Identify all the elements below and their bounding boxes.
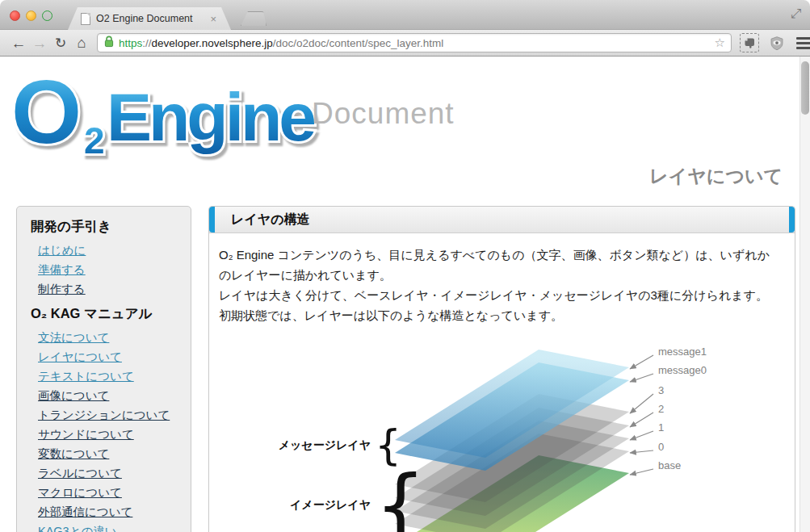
layer-group-label: イメージレイヤ <box>290 498 371 511</box>
browser-chrome: O2 Engine Document × ⤢ ← → ↻ ⌂ https://d… <box>0 0 810 57</box>
tab-strip: O2 Engine Document × ⤢ <box>0 0 810 30</box>
url-domain: developer.novelsphere.jp <box>152 37 273 49</box>
content-paragraph: O₂ Engine コンテンツのうち、目に見えるすべてのもの（文字、画像、ボタン… <box>219 245 774 285</box>
sidebar-link[interactable]: 文法について <box>31 328 183 347</box>
logo-engine: Engine <box>107 79 314 155</box>
sidebar-link[interactable]: ラベルについて <box>31 463 183 483</box>
sidebar-link[interactable]: サウンドについて <box>31 425 183 444</box>
page-title: レイヤについて <box>649 164 783 189</box>
layer-label: 0 <box>658 441 664 453</box>
layer-label: 1 <box>658 421 664 434</box>
new-tab-button[interactable] <box>241 11 267 26</box>
page-favicon-icon <box>81 13 90 25</box>
section-header: レイヤの構造 <box>209 207 795 233</box>
sidebar-link[interactable]: 制作する <box>31 279 183 299</box>
tab-title: O2 Engine Document <box>96 13 205 24</box>
layer-arrow <box>630 450 653 453</box>
logo-document-word: Document <box>312 97 455 131</box>
content-paragraph: レイヤは大きく分けて、ベースレイヤ・イメージレイヤ・メッセージレイヤの3種に分け… <box>219 285 774 325</box>
layer-label: base <box>658 459 681 471</box>
scrollbar-thumb[interactable] <box>801 61 809 115</box>
url-text: https://developer.novelsphere.jp/doc/o2d… <box>119 37 443 49</box>
content-body: O₂ Engine コンテンツのうち、目に見えるすべてのもの（文字、画像、ボタン… <box>209 233 787 325</box>
sidebar-link[interactable]: 外部通信について <box>31 502 183 522</box>
logo-letter-o: O <box>11 63 82 162</box>
o2-engine-logo: O 2 Engine <box>11 63 350 164</box>
sidebar-link[interactable]: レイヤについて <box>31 347 183 367</box>
browser-window: { "browser": { "tab_title": "O2 Engine D… <box>0 0 810 532</box>
sidebar-link[interactable]: トランジションについて <box>31 405 183 425</box>
home-button[interactable]: ⌂ <box>71 36 92 50</box>
url-scheme: https <box>119 37 142 49</box>
url-path: /doc/o2doc/content/spec_layer.html <box>273 37 444 49</box>
browser-tab[interactable]: O2 Engine Document × <box>68 7 231 30</box>
brace-glyph: { <box>375 458 426 532</box>
sidebar-link[interactable]: KAG3との違い <box>31 522 183 532</box>
minimize-window-button[interactable] <box>26 10 36 21</box>
sidebar-link[interactable]: 変数について <box>31 444 183 463</box>
https-lock-icon <box>104 36 114 51</box>
browser-menu-icon[interactable] <box>796 37 810 49</box>
tab-close-icon[interactable]: × <box>210 13 216 25</box>
sidebar-link[interactable]: テキストについて <box>31 367 183 386</box>
layer-arrow <box>630 394 653 413</box>
zoom-window-button[interactable] <box>42 10 52 21</box>
browser-toolbar: ← → ↻ ⌂ https://developer.novelsphere.jp… <box>0 30 810 57</box>
url-separator: :// <box>142 37 151 49</box>
evernote-extension-icon[interactable] <box>740 33 759 52</box>
layer-arrow <box>630 374 653 382</box>
page-viewport: O 2 Engine Document レイヤについて 開発の手引きはじめに準備… <box>0 57 810 532</box>
section-title: レイヤの構造 <box>231 212 310 228</box>
main-content: レイヤの構造 O₂ Engine コンテンツのうち、目に見えるすべてのもの（文字… <box>208 206 795 532</box>
layer-arrow <box>630 469 653 475</box>
reload-button[interactable]: ↻ <box>50 36 71 50</box>
page-scrollbar[interactable] <box>800 57 810 532</box>
bookmark-star-icon[interactable]: ☆ <box>715 36 725 50</box>
back-button[interactable]: ← <box>8 36 29 51</box>
sidebar-link[interactable]: 画像について <box>31 386 183 405</box>
logo-subscript: 2 <box>84 119 105 161</box>
sidebar-link[interactable]: マクロについて <box>31 483 183 502</box>
layer-group-label: メッセージレイヤ <box>279 438 371 451</box>
sidebar-nav: 開発の手引きはじめに準備する制作するO₂ KAG マニュアル文法についてレイヤに… <box>16 206 191 532</box>
layer-arrow <box>630 355 653 369</box>
layer-label: 2 <box>658 403 664 415</box>
layer-label: message0 <box>658 364 707 376</box>
sidebar-link[interactable]: はじめに <box>31 241 183 260</box>
window-controls <box>10 10 52 21</box>
sidebar-link[interactable]: 準備する <box>31 260 183 279</box>
layer-arrow <box>630 413 653 427</box>
shield-eye-extension-icon[interactable] <box>767 33 787 52</box>
address-bar[interactable]: https://developer.novelsphere.jp/doc/o2d… <box>97 33 732 52</box>
layer-label: 3 <box>658 384 664 396</box>
layer-arrow <box>630 431 653 440</box>
fullscreen-icon[interactable]: ⤢ <box>791 6 801 21</box>
layer-label: message1 <box>658 346 707 358</box>
layer-structure-diagram: message1message03210baseメッセージレイヤ{イメージレイヤ… <box>209 337 796 532</box>
close-window-button[interactable] <box>10 10 20 21</box>
sidebar-section-heading: O₂ KAG マニュアル <box>31 305 183 321</box>
sidebar-section-heading: 開発の手引き <box>31 218 183 234</box>
forward-button[interactable]: → <box>29 36 50 51</box>
